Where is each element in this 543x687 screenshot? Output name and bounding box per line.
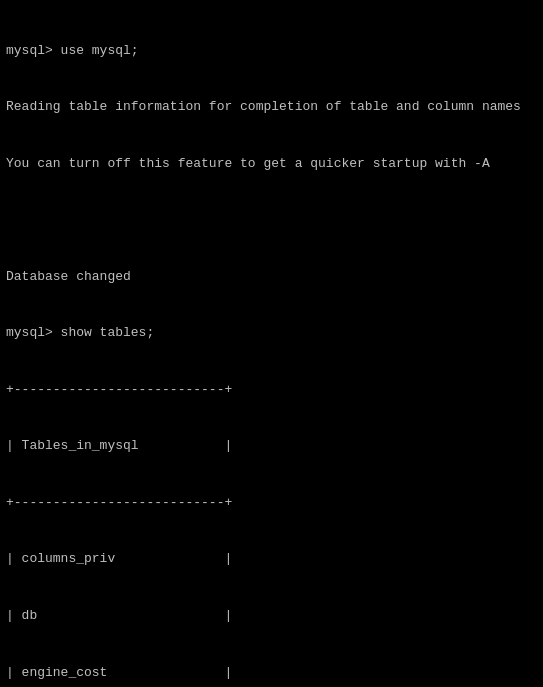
db-changed: Database changed (6, 268, 537, 287)
table-row-engine-cost: | engine_cost | (6, 664, 537, 683)
table-border-top: +---------------------------+ (6, 381, 537, 400)
table-column-header: | Tables_in_mysql | (6, 437, 537, 456)
info-reading: Reading table information for completion… (6, 98, 537, 117)
table-row-columns-priv: | columns_priv | (6, 550, 537, 569)
blank-line-1 (6, 211, 537, 230)
cmd-use-mysql: mysql> use mysql; (6, 42, 537, 61)
table-border-mid: +---------------------------+ (6, 494, 537, 513)
table-row-db: | db | (6, 607, 537, 626)
cmd-show-tables: mysql> show tables; (6, 324, 537, 343)
terminal: mysql> use mysql; Reading table informat… (6, 4, 537, 687)
info-turnoff: You can turn off this feature to get a q… (6, 155, 537, 174)
